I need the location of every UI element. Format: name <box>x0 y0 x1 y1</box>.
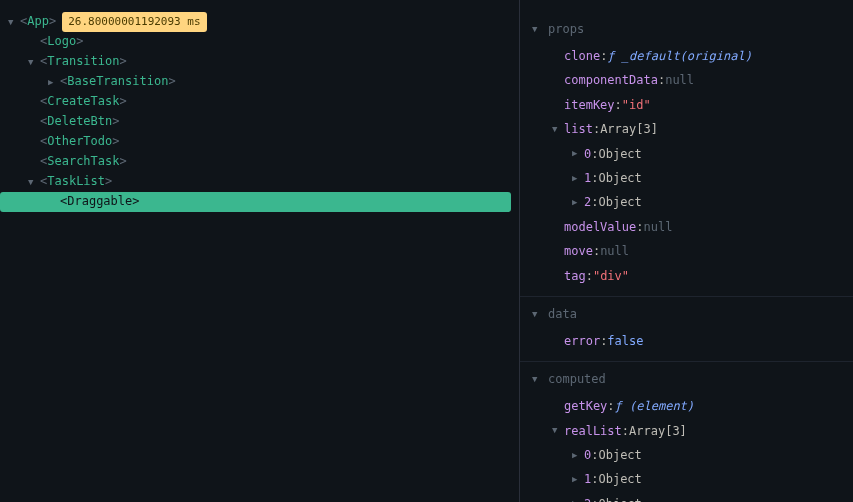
tree-node-basetransition[interactable]: ▶<BaseTransition> <box>0 72 519 92</box>
toggle-icon[interactable]: ▶ <box>572 195 584 210</box>
colon: : <box>591 144 598 164</box>
toggle-icon[interactable]: ▼ <box>532 309 544 319</box>
prop-row[interactable]: ▶1: Object <box>532 467 841 491</box>
prop-row[interactable]: ▶1: Object <box>532 166 841 190</box>
colon: : <box>593 119 600 139</box>
colon: : <box>600 46 607 66</box>
bracket-close: > <box>119 152 126 171</box>
colon: : <box>636 217 643 237</box>
bracket-open: < <box>20 12 27 31</box>
inspector-panel: ▼propsclone: ƒ _default(original)compone… <box>520 0 853 502</box>
tree-node-app[interactable]: ▼<App>26.80000001192093 ms <box>0 12 519 32</box>
component-name: CreateTask <box>47 92 119 111</box>
toggle-icon[interactable]: ▶ <box>48 75 60 89</box>
colon: : <box>586 266 593 286</box>
prop-value: ƒ (element) <box>615 396 694 416</box>
prop-row[interactable]: error: false <box>532 329 841 353</box>
tree-node-draggable[interactable]: <Draggable> <box>0 192 511 212</box>
prop-key: list <box>564 119 593 139</box>
toggle-icon[interactable]: ▼ <box>8 15 20 29</box>
bracket-close: > <box>76 32 83 51</box>
component-name: DeleteBtn <box>47 112 112 131</box>
bracket-close: > <box>49 12 56 31</box>
toggle-icon[interactable]: ▼ <box>552 122 564 137</box>
prop-key: getKey <box>564 396 607 416</box>
toggle-icon[interactable]: ▶ <box>572 472 584 487</box>
section-title: props <box>548 22 584 36</box>
toggle-icon[interactable]: ▼ <box>532 24 544 34</box>
component-name: App <box>27 12 49 31</box>
tree-node-tasklist[interactable]: ▼<TaskList> <box>0 172 519 192</box>
bracket-open: < <box>40 92 47 111</box>
section-header-data[interactable]: ▼data <box>532 305 841 323</box>
tree-node-logo[interactable]: <Logo> <box>0 32 519 52</box>
colon: : <box>615 95 622 115</box>
colon: : <box>591 494 598 502</box>
colon: : <box>591 445 598 465</box>
prop-key: 0 <box>584 445 591 465</box>
prop-row[interactable]: tag: "div" <box>532 264 841 288</box>
prop-value: Object <box>598 494 641 502</box>
prop-value: null <box>665 70 694 90</box>
section-data: ▼dataerror: false <box>520 297 853 362</box>
prop-value: ƒ _default(original) <box>607 46 752 66</box>
tree-node-searchtask[interactable]: <SearchTask> <box>0 152 519 172</box>
prop-row[interactable]: modelValue: null <box>532 215 841 239</box>
prop-row[interactable]: getKey: ƒ (element) <box>532 394 841 418</box>
toggle-icon[interactable]: ▼ <box>552 423 564 438</box>
bracket-open: < <box>40 172 47 191</box>
component-name: SearchTask <box>47 152 119 171</box>
prop-key: 2 <box>584 494 591 502</box>
component-name: OtherTodo <box>47 132 112 151</box>
colon: : <box>607 396 614 416</box>
tree-node-deletebtn[interactable]: <DeleteBtn> <box>0 112 519 132</box>
prop-value: null <box>643 217 672 237</box>
prop-row[interactable]: ▼realList: Array[3] <box>532 419 841 443</box>
section-title: data <box>548 307 577 321</box>
section-props: ▼propsclone: ƒ _default(original)compone… <box>520 12 853 297</box>
section-header-props[interactable]: ▼props <box>532 20 841 38</box>
prop-key: 1 <box>584 469 591 489</box>
toggle-icon[interactable]: ▶ <box>572 146 584 161</box>
component-name: Transition <box>47 52 119 71</box>
prop-row[interactable]: ▶2: Object <box>532 190 841 214</box>
prop-key: itemKey <box>564 95 615 115</box>
prop-key: tag <box>564 266 586 286</box>
section-header-computed[interactable]: ▼computed <box>532 370 841 388</box>
bracket-close: > <box>119 52 126 71</box>
prop-key: realList <box>564 421 622 441</box>
toggle-icon[interactable]: ▼ <box>532 374 544 384</box>
toggle-icon[interactable]: ▼ <box>28 175 40 189</box>
bracket-close: > <box>105 172 112 191</box>
prop-row[interactable]: componentData: null <box>532 68 841 92</box>
colon: : <box>593 241 600 261</box>
prop-row[interactable]: ▼list: Array[3] <box>532 117 841 141</box>
prop-value: "div" <box>593 266 629 286</box>
prop-value: null <box>600 241 629 261</box>
tree-node-othertodo[interactable]: <OtherTodo> <box>0 132 519 152</box>
bracket-close: > <box>119 92 126 111</box>
prop-row[interactable]: ▶0: Object <box>532 142 841 166</box>
prop-value: false <box>607 331 643 351</box>
prop-value: Array[3] <box>629 421 687 441</box>
toggle-icon[interactable]: ▶ <box>572 448 584 463</box>
bracket-close: > <box>112 132 119 151</box>
prop-row[interactable]: ▶2: Object <box>532 492 841 502</box>
prop-key: move <box>564 241 593 261</box>
colon: : <box>591 168 598 188</box>
prop-key: componentData <box>564 70 658 90</box>
prop-row[interactable]: ▶0: Object <box>532 443 841 467</box>
prop-value: Object <box>598 445 641 465</box>
prop-row[interactable]: clone: ƒ _default(original) <box>532 44 841 68</box>
prop-row[interactable]: move: null <box>532 239 841 263</box>
prop-value: Object <box>598 192 641 212</box>
bracket-open: < <box>40 152 47 171</box>
toggle-icon[interactable]: ▶ <box>572 496 584 502</box>
toggle-icon[interactable]: ▶ <box>572 171 584 186</box>
tree-node-transition[interactable]: ▼<Transition> <box>0 52 519 72</box>
timing-badge: 26.80000001192093 ms <box>62 12 206 32</box>
prop-row[interactable]: itemKey: "id" <box>532 93 841 117</box>
toggle-icon[interactable]: ▼ <box>28 55 40 69</box>
tree-node-createtask[interactable]: <CreateTask> <box>0 92 519 112</box>
prop-key: error <box>564 331 600 351</box>
